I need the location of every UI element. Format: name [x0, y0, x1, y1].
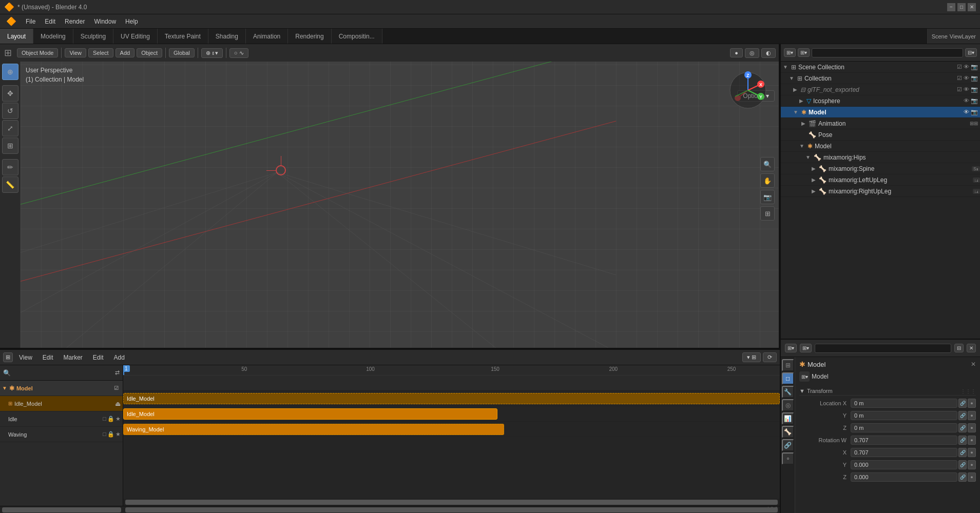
- waving-star[interactable]: ★: [116, 431, 121, 438]
- rotation-x-link[interactable]: 🔗: [958, 448, 967, 457]
- rotation-x-dot[interactable]: ●: [968, 448, 976, 457]
- idle-checkbox[interactable]: □: [103, 416, 106, 422]
- camera-view-button[interactable]: 📷: [760, 190, 775, 204]
- rotate-tool[interactable]: ↺: [2, 103, 18, 119]
- measure-tool[interactable]: 📏: [2, 176, 18, 193]
- rotation-w-value[interactable]: 0.707: [851, 436, 957, 445]
- nla-left-scroll[interactable]: [2, 507, 121, 512]
- props-tab-particle[interactable]: ⚬: [782, 452, 794, 465]
- render-menu[interactable]: Render: [61, 17, 89, 26]
- select-button[interactable]: Select: [88, 48, 113, 57]
- object-button[interactable]: Object: [137, 48, 162, 57]
- gltf-camera[interactable]: 📷: [971, 86, 978, 93]
- pan-button[interactable]: ✋: [760, 173, 775, 188]
- model-eye[interactable]: 👁: [964, 109, 969, 115]
- nla-right-scroll[interactable]: [125, 507, 778, 512]
- idle-lock[interactable]: 🔒: [107, 416, 114, 422]
- nla-view-menu[interactable]: View: [15, 353, 36, 362]
- viewport-shading-rendered[interactable]: ◐: [761, 48, 776, 58]
- outliner-filter-btn[interactable]: ⊟▾: [965, 48, 977, 57]
- location-x-dot[interactable]: ●: [968, 399, 976, 408]
- rotation-z-value[interactable]: 0.000: [851, 472, 957, 482]
- magnify-button[interactable]: 🔍: [760, 157, 775, 171]
- rotation-w-dot[interactable]: ●: [968, 436, 976, 445]
- waving-lock[interactable]: 🔒: [107, 431, 114, 438]
- tree-pose[interactable]: 🦴 Pose: [781, 129, 980, 141]
- viewport-shading-solid[interactable]: ●: [730, 48, 743, 57]
- props-transform-menu[interactable]: ⋮⋮⋮: [960, 388, 976, 394]
- tree-rightupleg[interactable]: ▶ 🦴 mixamorig:RightUpLeg ↓₄: [781, 186, 980, 197]
- scale-tool[interactable]: ⤢: [2, 120, 18, 136]
- location-z-dot[interactable]: ●: [968, 423, 976, 432]
- rotation-z-link[interactable]: 🔗: [958, 472, 967, 482]
- nla-idle-model-track[interactable]: ⊞ Idle_Model ⏏: [0, 396, 123, 411]
- tree-scene-collection[interactable]: ▼ ⊞ Scene Collection ☑ 👁 📷: [781, 62, 980, 73]
- gltf-eye[interactable]: 👁: [964, 86, 969, 93]
- location-x-link[interactable]: 🔗: [958, 399, 967, 408]
- props-icon-btn[interactable]: ⊞▾: [785, 344, 797, 352]
- outliner-icon-btn[interactable]: ⊞▾: [784, 48, 796, 57]
- rotation-y-link[interactable]: 🔗: [958, 460, 967, 469]
- cursor-tool[interactable]: ⊕: [2, 64, 18, 80]
- props-tab-scene[interactable]: ⊞: [782, 359, 794, 371]
- props-view-btn[interactable]: ⊞▾: [800, 344, 812, 352]
- idle-strip[interactable]: Idle_Model: [123, 408, 497, 420]
- tree-collection[interactable]: ▼ ⊞ Collection ☑ 👁 📷: [781, 73, 980, 84]
- model-camera[interactable]: 📷: [971, 109, 978, 115]
- transform-tool[interactable]: ⊞: [2, 137, 18, 154]
- gltf-check[interactable]: ☑: [957, 86, 962, 93]
- nla-filter-btn[interactable]: ▾ ⊞: [742, 352, 761, 362]
- waving-strip[interactable]: Waving_Model: [123, 424, 504, 435]
- nla-waving-track[interactable]: Waving □ 🔒 ★: [0, 427, 123, 442]
- maximize-button[interactable]: □: [957, 3, 966, 11]
- nla-sync-btn[interactable]: ⟳: [763, 352, 777, 362]
- help-menu[interactable]: Help: [121, 17, 142, 26]
- nla-add-menu[interactable]: Add: [110, 353, 129, 362]
- tab-modeling[interactable]: Modeling: [33, 29, 73, 44]
- transform-button[interactable]: Global: [169, 48, 195, 57]
- outliner-view-btn[interactable]: ⊞▾: [798, 48, 810, 57]
- anim-extra1[interactable]: ⊞⊞: [970, 121, 978, 126]
- props-search-input[interactable]: [815, 344, 951, 353]
- props-object-close[interactable]: ✕: [971, 361, 976, 368]
- rotation-x-value[interactable]: 0.707: [851, 448, 957, 457]
- tree-leftupleg[interactable]: ▶ 🦴 mixamorig:LeftUpLeg ↓₄: [781, 174, 980, 186]
- close-button[interactable]: ✕: [968, 3, 976, 11]
- location-z-value[interactable]: 0 m: [851, 423, 957, 432]
- nla-search-input[interactable]: [13, 370, 111, 376]
- props-tab-object[interactable]: □: [782, 372, 794, 385]
- tree-gltf[interactable]: ▶ ⊟ glTF_not_exported ☑ 👁 📷: [781, 84, 980, 95]
- coll-camera[interactable]: 📷: [971, 75, 978, 82]
- nla-marker-menu[interactable]: Marker: [59, 353, 86, 362]
- move-tool[interactable]: ✥: [2, 85, 18, 102]
- tab-uv-editing[interactable]: UV Editing: [113, 29, 158, 44]
- coll-eye[interactable]: 👁: [964, 75, 969, 82]
- viewport-shading-material[interactable]: ◎: [745, 48, 759, 58]
- props-filter-btn[interactable]: ⊟: [954, 344, 964, 352]
- props-tab-modifier[interactable]: 🔧: [782, 386, 794, 398]
- props-tab-data[interactable]: 📊: [782, 412, 794, 425]
- ico-eye[interactable]: 👁: [964, 97, 969, 104]
- tree-spine[interactable]: ▶ 🦴 mixamorig:Spine S₃: [781, 163, 980, 174]
- grid-button[interactable]: ⊞: [760, 206, 775, 221]
- blender-logo-menu[interactable]: 🔶: [2, 15, 21, 27]
- tab-rendering[interactable]: Rendering: [288, 29, 331, 44]
- props-close-btn[interactable]: ✕: [967, 344, 976, 352]
- rotation-y-dot[interactable]: ●: [968, 460, 976, 469]
- tab-layout[interactable]: Layout: [0, 29, 33, 44]
- tree-icosphere[interactable]: ▶ ▽ Icosphere 👁 📷: [781, 95, 980, 107]
- swap-icon[interactable]: ⇄: [115, 369, 120, 376]
- nla-edit2-menu[interactable]: Edit: [89, 353, 108, 362]
- tree-animation[interactable]: ▶ 🎬 Animation ⊞⊞: [781, 118, 980, 129]
- props-tab-material[interactable]: ◎: [782, 399, 794, 411]
- tab-texture-paint[interactable]: Texture Paint: [158, 29, 208, 44]
- idle-star[interactable]: ★: [116, 416, 121, 422]
- nla-horizontal-scrollbar[interactable]: [123, 499, 780, 506]
- nla-icon-btn[interactable]: ⊞: [3, 352, 13, 362]
- rotation-w-link[interactable]: 🔗: [958, 436, 967, 445]
- tab-shading[interactable]: Shading: [208, 29, 246, 44]
- props-tab-constraint[interactable]: 🔗: [782, 439, 794, 451]
- coll-check[interactable]: ☑: [957, 75, 962, 82]
- idle-model-strip[interactable]: Idle_Model: [123, 393, 780, 404]
- ico-camera[interactable]: 📷: [971, 97, 978, 104]
